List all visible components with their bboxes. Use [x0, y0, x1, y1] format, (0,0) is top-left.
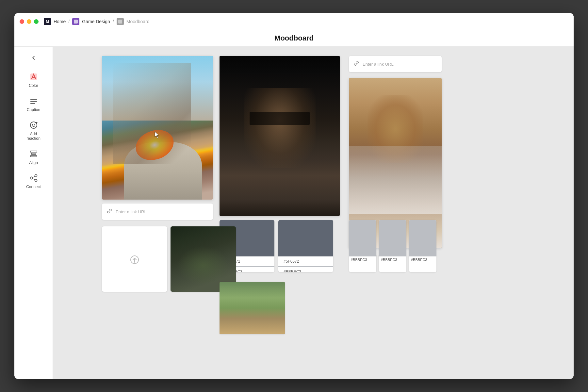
- svg-point-9: [34, 124, 35, 125]
- man-portrait-image: [220, 56, 340, 216]
- link-icon-1: [106, 208, 112, 216]
- sidebar-item-align-label: Align: [29, 160, 38, 165]
- dragon-fire-image: [102, 56, 213, 200]
- minimize-button[interactable]: [27, 19, 31, 24]
- color-swatch-right-2[interactable]: #BBBEC3: [379, 220, 406, 272]
- sidebar-item-caption-label: Caption: [27, 107, 40, 112]
- svg-point-17: [35, 179, 37, 182]
- breadcrumb-sep-1: /: [68, 19, 70, 24]
- svg-rect-5: [30, 101, 37, 102]
- swatch-2-bottom-label: #BBBEC3: [281, 268, 331, 272]
- back-button[interactable]: [28, 52, 40, 64]
- connect-icon: [28, 173, 39, 183]
- card-landscape[interactable]: [220, 282, 285, 334]
- svg-line-18: [32, 176, 35, 178]
- traffic-lights: [20, 19, 39, 24]
- align-icon: [28, 149, 39, 159]
- moodboard-grid: Enter a link URL: [59, 53, 567, 372]
- sidebar: Color Caption: [14, 47, 53, 379]
- canvas-area[interactable]: Enter a link URL: [53, 47, 574, 379]
- sidebar-item-connect-label: Connect: [26, 185, 41, 189]
- svg-rect-1: [118, 20, 122, 24]
- reaction-icon: [28, 120, 39, 130]
- color-icon: [28, 72, 39, 82]
- close-button[interactable]: [20, 19, 24, 24]
- card-man-portrait[interactable]: [220, 56, 340, 216]
- link-input-dragon[interactable]: Enter a link URL: [102, 204, 213, 220]
- link-placeholder-1: Enter a link URL: [116, 209, 147, 214]
- svg-rect-14: [30, 155, 37, 157]
- swatch-2-top-label: #5F6672: [281, 258, 331, 265]
- breadcrumb: M Home / Game Design / Moodboard: [44, 18, 150, 25]
- breadcrumb-home[interactable]: Home: [54, 19, 66, 24]
- link-icon-2: [353, 60, 359, 68]
- maximize-button[interactable]: [34, 19, 39, 24]
- breadcrumb-sep-2: /: [113, 19, 114, 24]
- svg-rect-4: [30, 99, 37, 100]
- link-placeholder-2: Enter a link URL: [363, 62, 394, 67]
- color-swatch-right-3[interactable]: #BBBEC3: [409, 220, 436, 272]
- caption-icon: [28, 96, 39, 106]
- main-content: Color Caption: [14, 47, 574, 379]
- breadcrumb-game-design[interactable]: Game Design: [82, 19, 110, 24]
- card-dragon-fire[interactable]: [102, 56, 213, 200]
- landscape-image: [220, 282, 285, 334]
- svg-point-15: [30, 177, 32, 179]
- link-input-right[interactable]: Enter a link URL: [349, 56, 442, 72]
- swatch-r1-label: #BBBEC3: [349, 256, 376, 263]
- sidebar-item-reaction[interactable]: Add reaction: [19, 117, 48, 143]
- sidebar-item-color-label: Color: [29, 83, 38, 88]
- sidebar-item-reaction-label: Add reaction: [23, 132, 44, 141]
- sidebar-item-color[interactable]: Color: [19, 69, 48, 90]
- titlebar: M Home / Game Design / Moodboard: [14, 13, 574, 30]
- swatch-r2-label: #BBBEC3: [379, 256, 406, 263]
- svg-rect-12: [30, 151, 37, 152]
- upload-icon: [128, 253, 141, 266]
- svg-line-19: [32, 179, 35, 180]
- sidebar-item-connect[interactable]: Connect: [19, 170, 48, 192]
- svg-rect-6: [30, 103, 35, 104]
- page-title: Moodboard: [14, 30, 574, 47]
- sidebar-item-caption[interactable]: Caption: [19, 93, 48, 115]
- color-swatch-right-1[interactable]: #BBBEC3: [349, 220, 376, 272]
- moodboard-icon: [117, 18, 124, 25]
- breadcrumb-moodboard[interactable]: Moodboard: [126, 19, 150, 24]
- svg-point-16: [35, 175, 37, 177]
- sidebar-item-align[interactable]: Align: [19, 146, 48, 168]
- app-window: M Home / Game Design / Moodboard Moodboa…: [14, 13, 574, 379]
- svg-rect-0: [74, 20, 78, 24]
- game-design-icon[interactable]: [72, 18, 79, 25]
- color-swatches-right: #BBBEC3 #BBBEC3 #BBBEC3: [349, 220, 436, 272]
- color-swatches-left: #5F6672 #BBBEC3 #5F6672: [220, 220, 333, 272]
- swatch-r3-label: #BBBEC3: [409, 256, 436, 263]
- svg-point-8: [32, 124, 33, 125]
- home-icon[interactable]: M: [44, 18, 51, 25]
- color-swatch-2[interactable]: #5F6672 #BBBEC3: [278, 220, 333, 272]
- svg-rect-13: [31, 153, 36, 155]
- swatch-2-top: [278, 220, 333, 256]
- card-upload[interactable]: [102, 226, 167, 292]
